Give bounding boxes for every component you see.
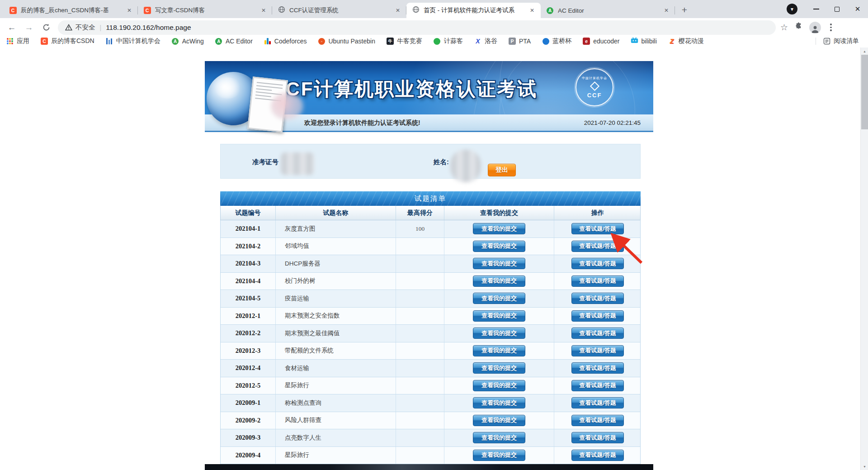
tab-title: 首页 - 计算机软件能力认证考试系	[424, 6, 528, 14]
view-problem-button[interactable]: 查看试题/答题	[571, 397, 624, 408]
logout-button[interactable]: 登出	[488, 164, 516, 176]
not-secure-warning-icon[interactable]	[65, 24, 72, 31]
security-status-label[interactable]: 不安全	[75, 23, 95, 32]
view-submissions-button[interactable]: 查看我的提交	[473, 328, 525, 339]
reading-list-button[interactable]: 阅读清单	[823, 37, 859, 45]
problem-id-cell: 202104-1	[221, 220, 276, 237]
bookmark-item-14[interactable]: bilibili	[631, 38, 657, 45]
bookmark-item-13[interactable]: eeducoder	[583, 38, 619, 45]
tab-5[interactable]: A AC Editor ✕	[541, 3, 675, 18]
view-submissions-button[interactable]: 查看我的提交	[473, 362, 525, 374]
column-header: 查看我的提交	[444, 206, 554, 220]
scrollbar-down-icon[interactable]: ▼	[861, 463, 868, 470]
problem-name-cell: 称检测点查询	[276, 394, 396, 412]
bookmark-item-9[interactable]: 计蒜客	[434, 37, 463, 45]
browser-update-icon[interactable]: ▼	[787, 4, 797, 14]
bookmark-label: 樱花动漫	[679, 37, 704, 45]
view-submissions-button[interactable]: 查看我的提交	[473, 258, 525, 269]
bookmark-item-3[interactable]: 中国计算机学会	[106, 37, 160, 45]
view-submissions-button[interactable]: 查看我的提交	[473, 293, 525, 304]
tab-close-icon[interactable]: ✕	[394, 6, 402, 14]
close-window-button[interactable]: ✕	[847, 0, 868, 18]
bookmark-item-2[interactable]: C辰的博客CSDN	[41, 37, 94, 45]
view-problem-button[interactable]: 查看试题/答题	[571, 258, 624, 269]
view-submissions-button[interactable]: 查看我的提交	[473, 310, 525, 322]
minimize-button[interactable]	[806, 0, 826, 18]
bookmark-item-8[interactable]: 牛牛客竞赛	[387, 37, 422, 45]
bookmark-item-1[interactable]: 应用	[6, 37, 29, 45]
tab-1[interactable]: C 辰的博客_辰chen_CSDN博客-基 ✕	[4, 3, 138, 18]
tab-4[interactable]: 首页 - 计算机软件能力认证考试系 ✕	[406, 3, 541, 18]
view-problem-button[interactable]: 查看试题/答题	[571, 450, 624, 461]
view-submissions-button[interactable]: 查看我的提交	[473, 450, 525, 461]
view-submissions-button[interactable]: 查看我的提交	[473, 432, 525, 443]
view-problem-button[interactable]: 查看试题/答题	[571, 415, 624, 426]
bookmark-item-7[interactable]: ◦Ubuntu Pastebin	[318, 38, 375, 45]
maximize-button[interactable]	[826, 0, 847, 18]
table-row-202009-2: 202009-2 风险人群筛查 查看我的提交 查看试题/答题	[221, 412, 640, 430]
view-problem-button[interactable]: 查看试题/答题	[571, 223, 624, 234]
bookmark-item-10[interactable]: X洛谷	[474, 37, 497, 45]
view-problem-button[interactable]: 查看试题/答题	[571, 380, 624, 391]
view-submissions-button[interactable]: 查看我的提交	[473, 397, 525, 408]
tab-close-icon[interactable]: ✕	[662, 6, 670, 14]
view-submissions-button[interactable]: 查看我的提交	[473, 275, 525, 287]
view-submissions-button[interactable]: 查看我的提交	[473, 380, 525, 391]
bookmarks-bar: 应用C辰的博客CSDN中国计算机学会AAcWingAAC EditorCodef…	[0, 37, 868, 47]
welcome-message: 欢迎您登录计算机软件能力认证考试系统!	[304, 119, 420, 127]
view-problem-button[interactable]: 查看试题/答题	[571, 241, 624, 252]
back-icon[interactable]: ←	[5, 20, 19, 35]
forward-icon[interactable]: →	[22, 20, 36, 35]
view-problem-button[interactable]: 查看试题/答题	[571, 432, 624, 443]
bookmark-item-15[interactable]: Z樱花动漫	[668, 37, 704, 45]
bookmark-item-11[interactable]: PPTA	[509, 38, 531, 45]
bookmark-item-4[interactable]: AAcWing	[172, 38, 204, 45]
table-row-202104-1: 202104-1 灰度直方图 100 查看我的提交 查看试题/答题	[221, 220, 640, 238]
bookmark-star-icon[interactable]: ☆	[780, 22, 788, 33]
browser-menu-icon[interactable]	[827, 24, 835, 31]
bookmark-item-12[interactable]: 蓝桥杯	[542, 37, 571, 45]
table-row-202012-4: 202012-4 食材运输 查看我的提交 查看试题/答题	[221, 360, 640, 377]
table-row-202009-1: 202009-1 称检测点查询 查看我的提交 查看试题/答题	[221, 394, 640, 412]
view-submissions-button[interactable]: 查看我的提交	[473, 223, 525, 234]
tab-close-icon[interactable]: ✕	[528, 6, 536, 14]
profile-avatar[interactable]	[809, 22, 821, 33]
bookmark-item-5[interactable]: AAC Editor	[215, 38, 253, 45]
table-row-202012-2: 202012-2 期末预测之最佳阈值 查看我的提交 查看试题/答题	[221, 325, 640, 342]
extensions-puzzle-icon[interactable]	[794, 22, 803, 33]
scrollbar-up-icon[interactable]: ▲	[861, 47, 868, 55]
view-problem-button[interactable]: 查看试题/答题	[571, 310, 624, 322]
new-tab-button[interactable]: +	[678, 3, 691, 17]
view-submissions-button[interactable]: 查看我的提交	[473, 241, 525, 252]
bookmark-item-6[interactable]: Codeforces	[264, 38, 307, 45]
view-submissions-button[interactable]: 查看我的提交	[473, 415, 525, 426]
tab-title: 写文章-CSDN博客	[155, 6, 259, 14]
view-problem-button[interactable]: 查看试题/答题	[571, 275, 624, 287]
luogu-icon: X	[476, 38, 480, 45]
view-problem-button[interactable]: 查看试题/答题	[571, 345, 624, 356]
ac-editor-icon: A	[547, 7, 553, 14]
score-cell	[396, 308, 444, 325]
tab-3[interactable]: CCF认证管理系统 ✕	[272, 3, 406, 18]
view-problem-button[interactable]: 查看试题/答题	[571, 293, 624, 304]
bookmark-label: 中国计算机学会	[116, 37, 160, 45]
page-scrollbar[interactable]: ▲ ▼	[860, 47, 868, 470]
scrollbar-thumb[interactable]	[861, 55, 868, 129]
view-problem-button[interactable]: 查看试题/答题	[571, 362, 624, 374]
address-bar[interactable]: 不安全 | 118.190.20.162/home.page	[58, 20, 776, 35]
tab-close-icon[interactable]: ✕	[259, 6, 268, 14]
problem-id-cell: 202012-3	[221, 342, 276, 360]
view-submissions-button[interactable]: 查看我的提交	[473, 345, 525, 356]
page-viewport: CCF计算机职业资格认证考试 中国计算机学会 CCF 欢迎您登录计算机软件能力认…	[0, 47, 868, 470]
logo-diamond-icon	[590, 81, 599, 91]
view-problem-button[interactable]: 查看试题/答题	[571, 328, 624, 339]
refresh-icon[interactable]	[39, 20, 53, 35]
tab-close-icon[interactable]: ✕	[125, 6, 133, 14]
globe-icon	[412, 6, 420, 15]
problem-name-cell: 灰度直方图	[276, 220, 396, 237]
url-text[interactable]: 118.190.20.162/home.page	[106, 24, 191, 32]
tab-2[interactable]: C 写文章-CSDN博客 ✕	[138, 3, 272, 18]
problem-id-cell: 202104-4	[221, 273, 276, 290]
problem-id-cell: 202104-2	[221, 238, 276, 255]
table-row-202104-5: 202104-5 疫苗运输 查看我的提交 查看试题/答题	[221, 290, 640, 308]
